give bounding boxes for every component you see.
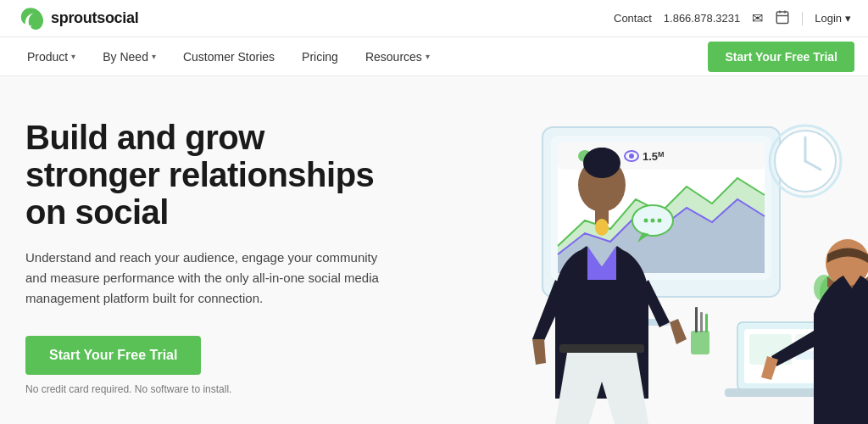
contact-label[interactable]: Contact bbox=[614, 12, 652, 25]
svg-text:1.5: 1.5 bbox=[643, 150, 658, 163]
nav-item-resources[interactable]: Resources ▾ bbox=[352, 37, 443, 76]
svg-rect-31 bbox=[695, 307, 698, 332]
hero-svg: 298 1.5 M bbox=[407, 76, 868, 424]
chevron-down-icon: ▾ bbox=[845, 12, 851, 25]
nav-item-pricing[interactable]: Pricing bbox=[288, 37, 352, 76]
svg-rect-32 bbox=[700, 312, 703, 332]
hero-subtitle: Understand and reach your audience, enga… bbox=[25, 248, 381, 309]
svg-text:M: M bbox=[658, 150, 665, 159]
nav-item-product[interactable]: Product ▾ bbox=[14, 37, 89, 76]
logo-text: sproutsocial bbox=[51, 9, 138, 27]
chevron-down-icon: ▾ bbox=[152, 52, 156, 61]
chevron-down-icon: ▾ bbox=[71, 52, 75, 61]
svg-rect-0 bbox=[776, 12, 788, 24]
hero-illustration: 298 1.5 M bbox=[424, 76, 868, 424]
phone-number: 1.866.878.3231 bbox=[664, 12, 740, 25]
email-icon[interactable]: ✉ bbox=[752, 10, 763, 26]
nav-item-customer-stories[interactable]: Customer Stories bbox=[170, 37, 288, 76]
hero-title: Build and grow stronger relationships on… bbox=[25, 119, 398, 231]
nav-bar: Product ▾ By Need ▾ Customer Stories Pri… bbox=[0, 37, 868, 76]
login-button[interactable]: Login ▾ bbox=[815, 12, 851, 25]
svg-rect-33 bbox=[705, 314, 708, 332]
svg-point-38 bbox=[595, 219, 609, 236]
calendar-icon[interactable] bbox=[775, 9, 790, 28]
hero-section: Build and grow stronger relationships on… bbox=[0, 76, 868, 424]
hero-cta-button[interactable]: Start Your Free Trial bbox=[25, 336, 201, 375]
divider bbox=[802, 12, 803, 25]
svg-rect-39 bbox=[559, 344, 644, 353]
hero-note: No credit card required. No software to … bbox=[25, 383, 398, 395]
svg-point-44 bbox=[658, 219, 662, 223]
logo-icon bbox=[17, 5, 44, 32]
svg-rect-30 bbox=[691, 331, 709, 354]
svg-point-43 bbox=[651, 219, 655, 223]
svg-point-13 bbox=[629, 153, 634, 159]
svg-point-36 bbox=[590, 148, 614, 168]
top-bar: sproutsocial Contact 1.866.878.3231 ✉ Lo… bbox=[0, 0, 868, 37]
nav-item-by-need[interactable]: By Need ▾ bbox=[89, 37, 170, 76]
nav-cta-button[interactable]: Start Your Free Trial bbox=[708, 42, 854, 72]
hero-content: Build and grow stronger relationships on… bbox=[0, 76, 424, 424]
top-bar-right: Contact 1.866.878.3231 ✉ Login ▾ bbox=[614, 9, 851, 28]
logo-area: sproutsocial bbox=[17, 5, 138, 32]
chevron-down-icon: ▾ bbox=[426, 52, 430, 61]
svg-point-42 bbox=[644, 219, 648, 223]
nav-left: Product ▾ By Need ▾ Customer Stories Pri… bbox=[14, 37, 443, 76]
